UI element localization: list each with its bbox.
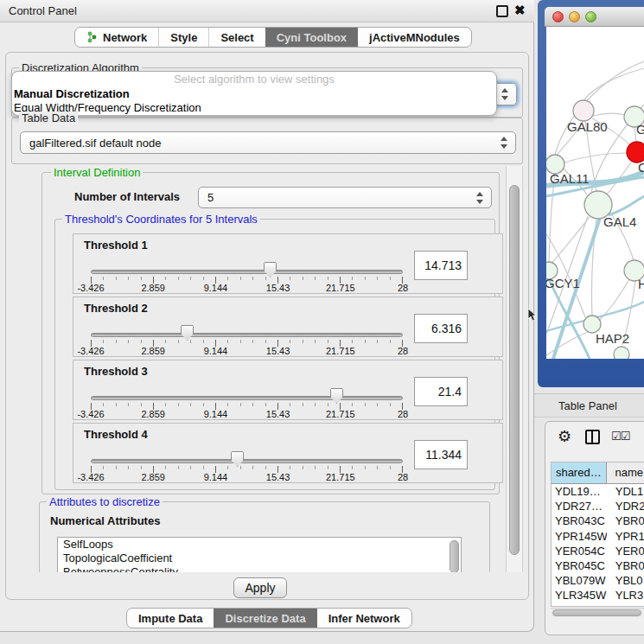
number-of-intervals-combobox[interactable]: 5: [198, 187, 492, 208]
tab-infer-network[interactable]: Infer Network: [317, 609, 411, 628]
select-columns-checkboxes-icon[interactable]: ☑☑: [611, 430, 629, 443]
threshold-4-value-field[interactable]: 11.344: [414, 440, 468, 469]
close-icon[interactable]: ✖: [514, 3, 526, 18]
tick-label: -3.426: [77, 346, 104, 356]
cell[interactable]: YER054C: [552, 544, 607, 558]
cell[interactable]: YDL19…: [552, 484, 607, 499]
table-horizontal-scrollbar-thumb[interactable]: [552, 609, 641, 616]
cell[interactable]: YBL0: [607, 573, 644, 588]
table-row[interactable]: YPR145W YPR1: [552, 529, 644, 544]
cell[interactable]: YBR0: [607, 558, 644, 573]
cell[interactable]: YIL053C: [552, 603, 607, 608]
table-horizontal-scrollbar[interactable]: [551, 608, 644, 617]
tick-label: 9.144: [204, 346, 228, 356]
list-item[interactable]: SelfLoops: [58, 538, 461, 552]
threshold-3-slider[interactable]: [91, 396, 403, 400]
tab-style-label: Style: [170, 31, 197, 44]
column-header-name[interactable]: name: [607, 462, 644, 483]
threshold-1-slider-thumb[interactable]: [264, 262, 277, 277]
tab-network-label: Network: [103, 31, 147, 44]
list-scrollbar[interactable]: [450, 540, 459, 572]
cell[interactable]: YBR045C: [552, 558, 607, 573]
table-row[interactable]: YBR043C YBR0: [552, 513, 644, 528]
cell[interactable]: YLR3: [607, 588, 644, 603]
table-row[interactable]: YDR27… YDR2: [552, 499, 644, 513]
slider-tick-labels: -3.426 2.859 9.144 15.43 21.715 28: [91, 472, 403, 482]
threshold-1-slider[interactable]: [91, 270, 403, 274]
threshold-3-value-field[interactable]: 21.4: [414, 377, 468, 406]
node-gal80[interactable]: [573, 100, 594, 121]
cell[interactable]: YER0: [607, 544, 644, 558]
network-canvas[interactable]: GAL80 GA C GAL11 GAL4 GCY1 H HAP2: [546, 27, 644, 359]
tick-label: 21.715: [326, 283, 355, 293]
list-item[interactable]: TopologicalCoefficient: [58, 552, 461, 565]
table-row[interactable]: YBR045C YBR0: [552, 558, 644, 573]
cell[interactable]: YBR0: [607, 513, 644, 528]
table-row[interactable]: YLR345W YLR3: [552, 588, 644, 603]
table-data-combobox-value: galFiltered.sif default node: [29, 137, 161, 150]
list-item[interactable]: BetweennessCentrality: [58, 565, 461, 572]
panel-scrollbar-track[interactable]: [506, 166, 523, 572]
tab-jactivemnodules[interactable]: jActiveMNodules: [358, 28, 471, 47]
float-window-icon[interactable]: [496, 5, 508, 17]
cell[interactable]: YDR2: [607, 499, 644, 513]
number-of-intervals-value: 5: [207, 191, 214, 204]
tick-label: 2.859: [141, 283, 165, 293]
threshold-2-label: Threshold 2: [84, 302, 148, 315]
cell[interactable]: YDR27…: [552, 499, 607, 513]
dropdown-placeholder-item[interactable]: Select algorithm to view settings: [12, 72, 496, 87]
column-header-shared-name[interactable]: shared…: [552, 462, 607, 483]
table-data-group: Table Data galFiltered.sif default node: [11, 118, 523, 164]
tab-impute-data[interactable]: Impute Data: [127, 609, 214, 628]
cell[interactable]: YIL0: [607, 603, 644, 608]
node-hap2[interactable]: [583, 316, 601, 333]
control-panel-tabbar: Network Style Select Cyni Toolbox jActiv…: [74, 27, 472, 48]
threshold-4-label: Threshold 4: [84, 428, 148, 441]
node-partial[interactable]: [614, 347, 629, 359]
columns-icon[interactable]: [585, 430, 600, 444]
control-panel: Control Panel ✖ Network Style Select: [0, 0, 534, 632]
cell[interactable]: YPR1: [607, 529, 644, 544]
interval-definition-group: Interval Definition Number of Intervals …: [41, 172, 500, 494]
apply-button[interactable]: Apply: [233, 577, 287, 598]
combo-stepper-icon: [501, 137, 508, 149]
panel-scrollbar-thumb[interactable]: [509, 185, 520, 555]
slider-tick-labels: -3.426 2.859 9.144 15.43 21.715 28: [91, 409, 403, 419]
cell[interactable]: YBL079W: [552, 573, 607, 588]
tick-label: 15.43: [266, 409, 290, 419]
table-panel-titlebar: Table Panel: [534, 393, 644, 418]
table-data-combobox[interactable]: galFiltered.sif default node: [20, 131, 516, 154]
network-window-titlebar[interactable]: [545, 7, 644, 27]
table-row[interactable]: YBL079W YBL0: [552, 573, 644, 588]
threshold-2-slider-thumb[interactable]: [181, 325, 194, 341]
table-row[interactable]: YIL053C YIL0: [552, 603, 644, 608]
tab-network[interactable]: Network: [75, 28, 158, 47]
threshold-4-panel: Threshold 4 -3.426 2.859 9.144 15.43 21.…: [73, 423, 503, 483]
zoom-traffic-light-icon[interactable]: [585, 11, 596, 22]
tab-select[interactable]: Select: [208, 28, 265, 47]
threshold-3-slider-thumb[interactable]: [330, 388, 343, 404]
numerical-attributes-list[interactable]: SelfLoops TopologicalCoefficient Between…: [57, 537, 462, 572]
threshold-2-slider[interactable]: [91, 333, 403, 337]
minimize-traffic-light-icon[interactable]: [569, 11, 580, 22]
tick-label: -3.426: [77, 283, 104, 293]
tab-cyni-toolbox[interactable]: Cyni Toolbox: [265, 28, 358, 47]
dropdown-option-equal-width[interactable]: Equal Width/Frequency Discretization: [12, 101, 496, 115]
threshold-1-value-field[interactable]: 14.713: [414, 251, 468, 280]
node-attribute-table[interactable]: shared… name YDL19… YDL1 YDR27… YDR2 YBR…: [551, 462, 644, 607]
dropdown-option-manual[interactable]: Manual Discretization: [12, 87, 496, 101]
cell[interactable]: YLR345W: [552, 588, 607, 603]
threshold-4-slider[interactable]: [91, 459, 403, 463]
close-traffic-light-icon[interactable]: [552, 11, 564, 22]
cell[interactable]: YBR043C: [552, 513, 607, 528]
table-row[interactable]: YER054C YER0: [552, 544, 644, 558]
threshold-2-value-field[interactable]: 6.316: [414, 314, 468, 343]
tab-discretize-data[interactable]: Discretize Data: [214, 609, 316, 628]
table-row[interactable]: YDL19… YDL1: [552, 484, 644, 499]
threshold-4-slider-thumb[interactable]: [231, 451, 244, 467]
node-label-h: H: [638, 277, 644, 291]
cell[interactable]: YDL1: [607, 484, 644, 499]
cell[interactable]: YPR145W: [552, 529, 607, 544]
tab-style[interactable]: Style: [158, 28, 208, 47]
gear-icon[interactable]: ⚙: [558, 427, 571, 446]
